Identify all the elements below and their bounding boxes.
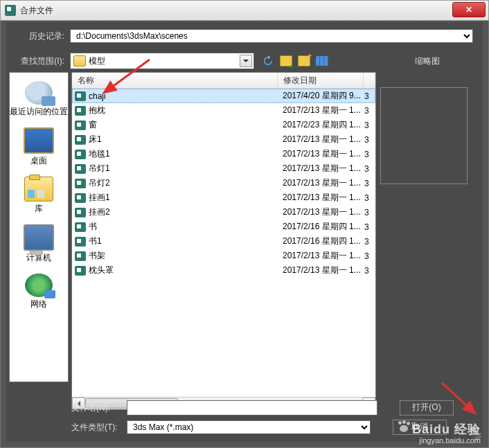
- file-extra: 3: [364, 120, 373, 130]
- file-row[interactable]: 书架2017/2/13 星期一 1...3: [72, 249, 375, 263]
- file-row[interactable]: 抱枕2017/2/13 星期一 1...3: [72, 103, 375, 118]
- file-row[interactable]: 吊灯22017/2/13 星期一 1...3: [72, 176, 375, 190]
- file-name: 书: [89, 221, 283, 233]
- file-date: 2017/2/13 星期一 1...: [283, 148, 364, 160]
- merge-file-dialog: 合并文件 ✕ 历史记录: d:\Documents\3dsMax\scenes …: [0, 0, 489, 448]
- places-sidebar: 最近访问的位置桌面库计算机网络: [9, 72, 69, 382]
- ic-computer: [24, 224, 54, 251]
- file-name: 挂画1: [89, 192, 283, 204]
- file-name: 书1: [89, 235, 283, 247]
- file-extra: 3: [364, 222, 373, 232]
- file-name: 抱枕: [89, 105, 283, 116]
- max-file-icon: [75, 179, 86, 188]
- file-date: 2017/2/13 星期一 1...: [283, 192, 364, 204]
- file-name: chaji: [89, 91, 283, 101]
- file-date: 2017/2/13 星期一 1...: [283, 163, 364, 174]
- dialog-body: 历史记录: d:\Documents\3dsMax\scenes 查找范围(I)…: [6, 22, 483, 442]
- titlebar[interactable]: 合并文件 ✕: [0, 0, 489, 21]
- thumbnail-preview: [380, 87, 468, 184]
- file-date: 2017/2/13 星期一 1...: [283, 177, 364, 189]
- ic-recent: [25, 81, 53, 105]
- file-list-header[interactable]: 名称 修改日期: [72, 73, 375, 89]
- filename-input[interactable]: [127, 400, 377, 415]
- scope-label: 查找范围(I):: [16, 55, 64, 67]
- column-name[interactable]: 名称: [72, 73, 278, 88]
- sidebar-item-0[interactable]: 最近访问的位置: [10, 78, 68, 123]
- max-file-icon: [75, 150, 86, 159]
- max-file-icon: [75, 135, 86, 145]
- file-extra: 3: [364, 150, 373, 159]
- sidebar-item-3[interactable]: 计算机: [10, 222, 68, 269]
- file-extra: 3: [364, 91, 373, 101]
- window-title: 合并文件: [20, 5, 53, 17]
- file-extra: 3: [364, 179, 373, 188]
- scope-dropdown[interactable]: 模型: [70, 53, 254, 69]
- sidebar-item-label: 库: [10, 203, 68, 215]
- file-name: 吊灯1: [89, 163, 283, 174]
- sidebar-item-label: 网络: [10, 298, 68, 310]
- file-row[interactable]: 书2017/2/16 星期四 1...3: [72, 219, 375, 234]
- file-date: 2017/2/23 星期四 1...: [283, 119, 364, 131]
- max-file-icon: [75, 120, 86, 130]
- file-row[interactable]: 挂画12017/2/13 星期一 1...3: [72, 190, 375, 205]
- file-row[interactable]: 吊灯12017/2/13 星期一 1...3: [72, 161, 375, 176]
- file-row[interactable]: 枕头罩2017/2/13 星期一 1...3: [72, 263, 375, 278]
- file-date: 2017/2/16 星期四 1...: [283, 235, 364, 247]
- app-icon: [5, 5, 16, 16]
- max-file-icon: [75, 106, 86, 116]
- file-date: 2017/2/16 星期四 1...: [283, 221, 364, 233]
- column-date[interactable]: 修改日期: [278, 73, 364, 88]
- sidebar-item-label: 最近访问的位置: [10, 106, 68, 118]
- view-menu-icon[interactable]: [315, 54, 329, 68]
- scope-folder-name: 模型: [89, 55, 105, 67]
- ic-lib: [24, 177, 53, 201]
- file-name: 地毯1: [89, 148, 283, 160]
- max-file-icon: [75, 222, 86, 232]
- ic-desktop: [24, 127, 54, 154]
- file-extra: 3: [364, 237, 373, 247]
- paw-icon: [397, 421, 411, 433]
- file-list-body[interactable]: chaji2017/4/20 星期四 9...3抱枕2017/2/13 星期一 …: [72, 89, 375, 397]
- close-button[interactable]: ✕: [452, 2, 486, 17]
- max-file-icon: [75, 208, 86, 217]
- new-folder-icon[interactable]: [297, 54, 311, 68]
- history-dropdown[interactable]: d:\Documents\3dsMax\scenes: [70, 29, 473, 43]
- folder-toolbar: [261, 54, 329, 68]
- file-row[interactable]: 地毯12017/2/13 星期一 1...3: [72, 147, 375, 161]
- file-row[interactable]: 挂画22017/2/13 星期一 1...3: [72, 205, 375, 219]
- file-extra: 3: [364, 251, 373, 261]
- column-extra[interactable]: [364, 73, 375, 88]
- sidebar-item-2[interactable]: 库: [10, 174, 68, 220]
- file-date: 2017/4/20 星期四 9...: [283, 90, 364, 102]
- history-label: 历史记录:: [16, 30, 64, 42]
- filename-label: 文件名(N):: [71, 402, 127, 414]
- file-row[interactable]: 床12017/2/13 星期一 1...3: [72, 132, 375, 147]
- max-file-icon: [75, 266, 86, 276]
- max-file-icon: [75, 251, 86, 261]
- file-row[interactable]: 窗2017/2/23 星期四 1...3: [72, 118, 375, 132]
- open-button[interactable]: 打开(O): [400, 400, 454, 415]
- thumbnail-label: 缩略图: [415, 55, 440, 67]
- up-one-level-icon[interactable]: [279, 54, 293, 68]
- file-list: 名称 修改日期 chaji2017/4/20 星期四 9...3抱枕2017/2…: [71, 72, 376, 410]
- file-name: 窗: [89, 119, 283, 131]
- file-date: 2017/2/13 星期一 1...: [283, 134, 364, 145]
- file-extra: 3: [364, 208, 373, 217]
- file-name: 书架: [89, 250, 283, 262]
- file-extra: 3: [364, 135, 373, 145]
- max-file-icon: [75, 193, 86, 203]
- file-row[interactable]: 书12017/2/16 星期四 1...3: [72, 234, 375, 249]
- file-extra: 3: [364, 266, 373, 276]
- sidebar-item-4[interactable]: 网络: [10, 271, 68, 316]
- file-row[interactable]: chaji2017/4/20 星期四 9...3: [72, 89, 375, 103]
- filetype-label: 文件类型(T):: [71, 422, 127, 433]
- sidebar-item-1[interactable]: 桌面: [10, 125, 68, 172]
- max-file-icon: [75, 237, 86, 247]
- chevron-down-icon[interactable]: [240, 55, 252, 67]
- file-date: 2017/2/13 星期一 1...: [283, 105, 364, 116]
- file-name: 枕头罩: [89, 265, 283, 276]
- file-name: 吊灯2: [89, 177, 283, 189]
- back-icon[interactable]: [261, 54, 275, 68]
- file-extra: 3: [364, 106, 373, 116]
- filetype-dropdown[interactable]: 3ds Max (*.max): [127, 420, 371, 434]
